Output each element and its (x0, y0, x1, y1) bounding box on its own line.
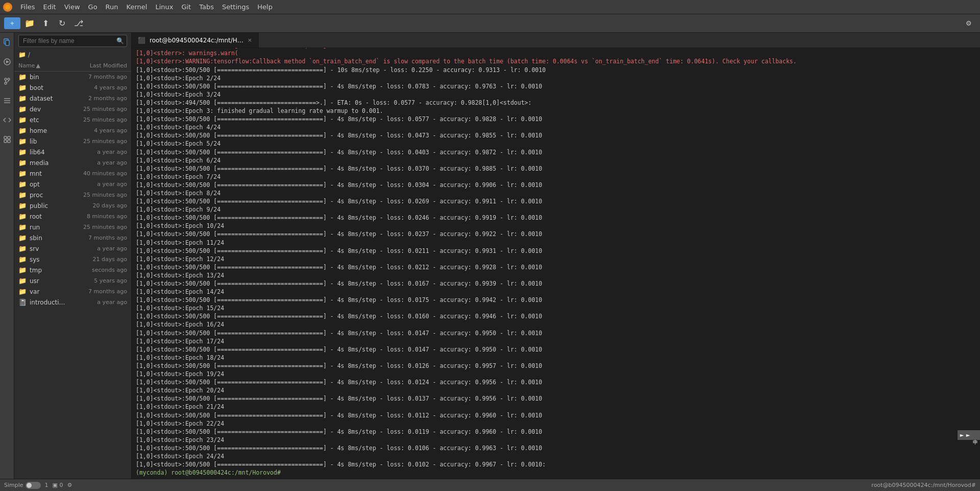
terminal-line: [1,0]<stderr>: warnings.warn( (136, 49, 976, 57)
terminal-line: [1,0]<stdout>:494/500 [=================… (136, 99, 976, 107)
list-item[interactable]: 📁 usr 5 years ago (14, 275, 131, 286)
sidebar-icon-list[interactable] (2, 95, 13, 106)
terminal-line: [1,0]<stdout>:Epoch 13/24 (136, 271, 976, 279)
terminal-line: [1,0]<stdout>:500/500 [=================… (136, 362, 976, 370)
terminal-line: [1,0]<stdout>:Epoch 21/24 (136, 403, 976, 411)
terminal-line: [1,0]<stdout>:500/500 [=================… (136, 444, 976, 452)
file-modified: 40 minutes ago (68, 170, 127, 177)
terminal-line: [1,0]<stdout>:Epoch 9/24 (136, 205, 976, 214)
list-item[interactable]: 📁 dev 25 minutes ago (14, 104, 131, 114)
list-item[interactable]: 📁 root 8 minutes ago (14, 211, 131, 222)
search-input[interactable] (18, 35, 127, 47)
menu-help[interactable]: Help (253, 2, 277, 12)
terminal-line: [1,0]<stdout>:500/500 [=================… (136, 428, 976, 436)
menu-git[interactable]: Git (177, 2, 195, 12)
list-item[interactable]: 📁 dataset 2 months ago (14, 93, 131, 104)
menu-edit[interactable]: Edit (39, 2, 60, 12)
file-name: dataset (30, 95, 68, 102)
list-item[interactable]: 📁 boot 4 years ago (14, 82, 131, 93)
sidebar-icon-git[interactable] (2, 76, 13, 87)
file-name: srv (30, 245, 68, 252)
file-type-icon: 📁 (18, 202, 27, 209)
file-modified: 25 minutes ago (68, 224, 127, 230)
list-item[interactable]: 📁 sbin 7 months ago (14, 232, 131, 243)
list-item[interactable]: 📁 opt a year ago (14, 179, 131, 190)
list-item[interactable]: 📁 proc 25 minutes ago (14, 190, 131, 200)
ime-panel[interactable]: 申 ► ► (958, 430, 980, 440)
status-path: root@b0945000424c:/mnt/Horovod# (871, 482, 976, 488)
sidebar-icon-code[interactable] (2, 114, 13, 126)
kernel-settings-icon[interactable]: ⚙ (67, 482, 72, 488)
menu-run[interactable]: Run (102, 2, 122, 12)
col-name-header[interactable]: Name ▲ (18, 62, 68, 69)
terminal-line: [1,0]<stdout>:Epoch 3: finished gradual … (136, 107, 976, 115)
refresh-button[interactable]: ↻ (55, 16, 69, 31)
sidebar-icon-running[interactable] (2, 56, 13, 67)
terminal-line: [1,0]<stdout>:500/500 [=================… (136, 263, 976, 271)
terminal-line: [1,0]<stdout>:Epoch 15/24 (136, 304, 976, 312)
sidebar-icon-extensions[interactable] (2, 134, 13, 145)
sidebar-icons (0, 33, 14, 479)
search-box: 🔍 (18, 35, 127, 47)
sidebar-icon-files[interactable] (2, 37, 13, 48)
file-name: run (30, 224, 68, 231)
file-list: 📁 bin 7 months ago 📁 boot 4 years ago 📁 … (14, 72, 131, 479)
file-name: opt (30, 181, 68, 188)
terminal-line: [1,0]<stdout>:500/500 [=================… (136, 214, 976, 222)
file-name: dev (30, 106, 68, 113)
list-item[interactable]: 📁 lib 25 minutes ago (14, 136, 131, 147)
list-item[interactable]: 📁 bin 7 months ago (14, 72, 131, 82)
list-item[interactable]: 📁 public 20 days ago (14, 200, 131, 211)
terminal-line: [1,0]<stdout>:Epoch 6/24 (136, 156, 976, 165)
terminal-line: [1,0]<stdout>:500/500 [=================… (136, 165, 976, 173)
list-item[interactable]: 📁 srv a year ago (14, 243, 131, 254)
breadcrumb: 📁 / (14, 49, 131, 60)
file-modified: a year ago (68, 299, 127, 306)
ime-arrow-2: ► (959, 432, 965, 438)
file-type-icon: 📁 (18, 105, 27, 113)
terminal-line: [1,0]<stdout>:500/500 [=================… (136, 394, 976, 403)
list-item[interactable]: 📓 introductio… a year ago (14, 297, 131, 308)
git-button[interactable]: ⎇ (71, 16, 86, 31)
col-modified-header: Last Modified (68, 62, 127, 69)
file-name: mnt (30, 170, 68, 177)
menu-linux[interactable]: Linux (151, 2, 177, 12)
list-item[interactable]: 📁 home 4 years ago (14, 125, 131, 136)
terminal-tab-close-button[interactable]: × (248, 37, 252, 43)
menu-files[interactable]: Files (16, 2, 39, 12)
terminal-tab-active[interactable]: ⬛ root@b0945000424c:/mnt/H… × (132, 33, 259, 48)
terminal-line: [1,0]<stdout>:500/500 [=================… (136, 115, 976, 123)
menu-tabs[interactable]: Tabs (195, 2, 218, 12)
git-icon: ⎇ (74, 18, 83, 28)
file-type-icon: 📁 (18, 180, 27, 188)
list-item[interactable]: 📁 tmp seconds ago (14, 265, 131, 275)
simple-toggle[interactable] (26, 482, 41, 489)
file-name: sys (30, 256, 68, 263)
list-item[interactable]: 📁 sys 21 days ago (14, 254, 131, 265)
terminal-line: [1,0]<stdout>:Epoch 7/24 (136, 173, 976, 181)
open-button[interactable]: 📁 (22, 16, 37, 31)
upload-button[interactable]: ⬆ (39, 16, 53, 31)
terminal-output[interactable]: [1,0]<stderr>:2022-07-26 12:37:06.082676… (132, 48, 980, 479)
new-button[interactable]: + (4, 17, 20, 29)
file-type-icon: 📁 (18, 127, 27, 134)
list-item[interactable]: 📁 lib64 a year ago (14, 147, 131, 157)
terminal-line: [1,0]<stdout>:500/500 [=================… (136, 378, 976, 386)
menu-kernel[interactable]: Kernel (122, 2, 152, 12)
settings-button[interactable]: ⚙ (962, 16, 976, 31)
gear-icon: ⚙ (966, 19, 972, 27)
menu-settings[interactable]: Settings (218, 2, 253, 12)
file-type-icon: 📁 (18, 255, 27, 263)
ime-arrow-1: ► (965, 432, 971, 438)
menu-view[interactable]: View (60, 2, 84, 12)
file-name: usr (30, 277, 68, 285)
list-item[interactable]: 📁 etc 25 minutes ago (14, 114, 131, 125)
terminal-tab-title: root@b0945000424c:/mnt/H… (150, 37, 243, 44)
list-item[interactable]: 📁 run 25 minutes ago (14, 222, 131, 232)
list-item[interactable]: 📁 mnt 40 minutes ago (14, 168, 131, 179)
svg-point-1 (5, 5, 10, 10)
menu-go[interactable]: Go (84, 2, 102, 12)
list-item[interactable]: 📁 var 7 months ago (14, 286, 131, 297)
list-item[interactable]: 📁 media a year ago (14, 157, 131, 168)
terminal-line: [1,0]<stdout>:500/500 [=================… (136, 312, 976, 320)
